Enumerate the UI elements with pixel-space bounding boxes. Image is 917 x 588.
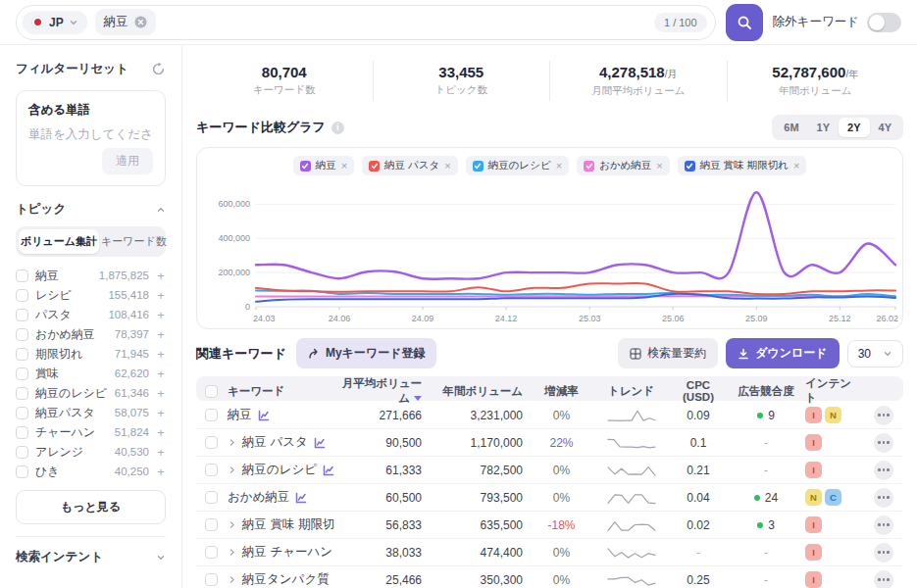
column-header[interactable]: 年間ボリューム [428, 384, 529, 399]
topic-add-icon[interactable]: + [156, 465, 166, 479]
column-header[interactable]: CPC (USD) [668, 379, 729, 403]
topic-checkbox[interactable] [16, 368, 28, 380]
sidebar-section[interactable]: 検索ボリューム別 [16, 577, 166, 588]
keyword-trend-icon[interactable] [295, 492, 307, 504]
column-header[interactable]: キーワード [226, 384, 334, 399]
expand-chevron-icon[interactable] [228, 520, 236, 529]
exclude-keywords-toggle[interactable] [867, 13, 901, 32]
row-checkbox[interactable] [205, 409, 218, 421]
topic-add-icon[interactable]: + [156, 406, 166, 420]
table-row[interactable]: 納豆 271,666 3,231,000 0% 0.09 9 IN [196, 402, 903, 429]
legend-remove-icon[interactable]: × [656, 160, 662, 172]
table-row[interactable]: 納豆 チャーハン 38,033 474,400 0% - - I [196, 539, 903, 566]
expand-chevron-icon[interactable] [228, 575, 236, 584]
legend-remove-icon[interactable]: × [444, 160, 450, 172]
series-checkbox[interactable] [685, 161, 695, 172]
expand-chevron-icon[interactable] [228, 466, 236, 474]
topic-checkbox[interactable] [16, 328, 28, 341]
table-row[interactable]: 納豆のレシピ 61,333 782,500 0% 0.21 - I [196, 457, 903, 484]
country-selector[interactable]: JP [23, 11, 87, 34]
download-button[interactable]: ダウンロード [726, 338, 839, 368]
column-header[interactable]: トレンド [594, 384, 668, 399]
range-2Y[interactable]: 2Y [839, 118, 869, 137]
sidebar-section[interactable]: 検索インテント [16, 536, 166, 577]
topic-add-icon[interactable]: + [156, 386, 166, 401]
keyword-cell[interactable]: 納豆 パスタ [226, 434, 334, 451]
row-checkbox[interactable] [205, 518, 218, 531]
legend-chip[interactable]: おかめ納豆 × [577, 156, 670, 175]
row-checkbox[interactable] [205, 573, 218, 586]
row-menu-button[interactable] [874, 515, 893, 535]
expand-chevron-icon[interactable] [228, 548, 236, 557]
topic-checkbox[interactable] [16, 289, 28, 302]
filter-reset[interactable]: フィルターリセット [16, 61, 166, 77]
topic-checkbox[interactable] [16, 309, 28, 321]
column-header[interactable]: インテント [803, 376, 864, 406]
row-checkbox[interactable] [205, 436, 218, 449]
topic-add-icon[interactable]: + [156, 269, 166, 283]
legend-remove-icon[interactable]: × [556, 160, 562, 172]
topic-tab[interactable]: ボリューム集計 [19, 229, 99, 254]
table-row[interactable]: 納豆タンパク質 25,466 350,300 0% 0.25 - I [196, 566, 903, 588]
series-checkbox[interactable] [473, 161, 484, 172]
table-row[interactable]: 納豆 パスタ 90,500 1,170,000 22% 0.1 - I [196, 429, 903, 457]
series-checkbox[interactable] [300, 161, 311, 172]
legend-chip[interactable]: 納豆 パスタ × [362, 156, 458, 175]
column-header[interactable]: 月平均ボリューム [334, 376, 428, 406]
search-button[interactable] [726, 4, 763, 41]
range-6M[interactable]: 6M [775, 118, 807, 137]
row-menu-button[interactable] [874, 433, 893, 453]
topic-add-icon[interactable]: + [156, 445, 166, 460]
row-checkbox[interactable] [205, 464, 218, 476]
row-menu-button[interactable] [874, 461, 893, 480]
keyword-cell[interactable]: 納豆 [226, 407, 334, 423]
topic-checkbox[interactable] [16, 407, 28, 419]
topic-section-header[interactable]: トピック [16, 201, 166, 218]
topic-add-icon[interactable]: + [156, 347, 166, 362]
search-volume-summary-button[interactable]: 検索量要約 [618, 338, 718, 368]
series-checkbox[interactable] [369, 161, 380, 172]
keyword-trend-icon[interactable] [314, 437, 326, 449]
row-checkbox[interactable] [205, 491, 218, 504]
table-row[interactable]: 納豆 賞味 期限切れ 56,833 635,500 -18% 0.02 3 I [196, 512, 903, 539]
legend-remove-icon[interactable]: × [341, 160, 347, 172]
topic-add-icon[interactable]: + [156, 308, 166, 322]
reset-icon[interactable] [151, 62, 166, 76]
search-bar[interactable]: JP 納豆 1 / 100 [16, 5, 716, 40]
table-row[interactable]: おかめ納豆 60,500 793,500 0% 0.04 24 NC [196, 484, 903, 512]
legend-chip[interactable]: 納豆 賞味 期限切れ × [678, 156, 807, 175]
topic-add-icon[interactable]: + [156, 367, 166, 381]
topic-add-icon[interactable]: + [156, 327, 166, 342]
legend-chip[interactable]: 納豆のレシピ × [466, 156, 569, 175]
topic-add-icon[interactable]: + [156, 288, 166, 303]
keyword-trend-icon[interactable] [323, 465, 334, 476]
expand-chevron-icon[interactable] [228, 438, 236, 447]
keyword-cell[interactable]: おかめ納豆 [226, 489, 334, 506]
row-checkbox[interactable] [205, 546, 218, 559]
keyword-chip[interactable]: 納豆 [95, 9, 156, 35]
row-menu-button[interactable] [874, 570, 893, 588]
include-words-input[interactable] [28, 127, 153, 141]
legend-remove-icon[interactable]: × [793, 160, 799, 172]
topic-tab[interactable]: キーワード数 [99, 229, 169, 254]
register-my-keywords-button[interactable]: Myキーワード登録 [296, 338, 437, 368]
apply-button[interactable]: 適用 [102, 148, 153, 174]
column-header[interactable]: 増減率 [529, 384, 594, 399]
page-size-select[interactable]: 30 [847, 340, 903, 368]
range-4Y[interactable]: 4Y [870, 118, 900, 137]
topic-checkbox[interactable] [16, 387, 28, 400]
row-menu-button[interactable] [874, 406, 893, 425]
topic-add-icon[interactable]: + [156, 425, 166, 440]
keyword-cell[interactable]: 納豆のレシピ [226, 462, 334, 478]
topic-checkbox[interactable] [16, 466, 28, 478]
topic-checkbox[interactable] [16, 270, 28, 282]
keyword-cell[interactable]: 納豆 チャーハン [226, 544, 334, 561]
row-menu-button[interactable] [874, 543, 893, 563]
keyword-trend-icon[interactable] [258, 410, 270, 421]
legend-chip[interactable]: 納豆 × [293, 156, 354, 175]
range-1Y[interactable]: 1Y [808, 118, 839, 137]
topic-checkbox[interactable] [16, 446, 28, 459]
remove-keyword-icon[interactable] [134, 16, 147, 28]
row-menu-button[interactable] [874, 488, 893, 508]
show-more-button[interactable]: もっと見る [16, 490, 166, 524]
